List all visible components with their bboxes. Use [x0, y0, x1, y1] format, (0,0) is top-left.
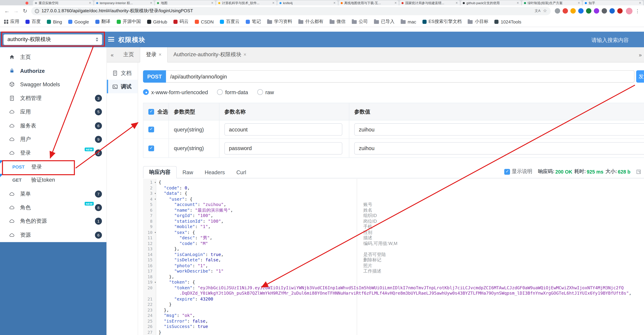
tab-close-icon[interactable]: ×: [517, 1, 519, 5]
fold-caret-icon[interactable]: ▾: [154, 180, 156, 185]
fullscreen-icon[interactable]: [636, 170, 641, 174]
bookmark-item[interactable]: Bing: [47, 19, 62, 24]
browser-tab[interactable]: 计算机科学与技术_软件...×: [216, 0, 277, 5]
bookmark-item[interactable]: CSDN: [195, 19, 214, 24]
browser-tab[interactable]: 重启实验空间×: [33, 0, 93, 5]
extension-icon[interactable]: [586, 8, 592, 14]
checkbox-icon[interactable]: [148, 126, 154, 132]
param-name-input[interactable]: password: [224, 142, 342, 154]
content-type-radio[interactable]: form-data: [217, 89, 248, 95]
bookmark-item[interactable]: 应用: [4, 18, 19, 25]
tab-close-icon[interactable]: ×: [244, 52, 246, 58]
browser-tab[interactable]: 国家统计局参与组建直辖...×: [400, 0, 460, 5]
sidebar-item[interactable]: Authorize: [0, 64, 106, 78]
response-tab[interactable]: Curl: [230, 166, 252, 178]
bookmark-item[interactable]: 百度: [26, 18, 41, 25]
browser-tab[interactable]: knife4j×: [277, 0, 338, 5]
browser-tab[interactable]: 知乎×: [583, 0, 643, 5]
bookmark-item[interactable]: GitHub: [147, 19, 167, 24]
bookmark-item[interactable]: 码云: [173, 18, 188, 25]
select-all-checkbox[interactable]: [148, 109, 154, 114]
address-bar[interactable]: i 127.0.0.1:8760/api/gate/doc.html#/auth…: [31, 7, 551, 15]
fold-caret-icon[interactable]: ▾: [154, 191, 156, 196]
tab-close-icon[interactable]: ×: [639, 1, 641, 5]
window-close-button[interactable]: [26, 2, 28, 4]
tab-close-icon[interactable]: ×: [159, 52, 162, 58]
show-description-checkbox[interactable]: [504, 169, 510, 174]
browser-tab[interactable]: 绿叶制造(组装)生产方案×: [522, 0, 582, 5]
extension-icon[interactable]: [617, 8, 622, 14]
bookmark-item[interactable]: 开源中国: [116, 18, 141, 25]
search-input[interactable]: 请输入搜索内容: [592, 36, 629, 44]
bookmark-item[interactable]: 百度云: [220, 18, 240, 25]
sidebar-item[interactable]: 文档管理3: [0, 91, 106, 105]
bookmark-item[interactable]: 公司: [352, 18, 368, 25]
bookmark-star-icon[interactable]: ☆: [543, 8, 547, 14]
tab-close-icon[interactable]: ×: [394, 1, 397, 5]
request-url-input[interactable]: /api/authority/anno/login: [166, 70, 634, 82]
param-value-input[interactable]: zuihou: [354, 123, 644, 136]
content-type-radio[interactable]: x-www-form-urlencoded: [143, 89, 208, 95]
tab-close-icon[interactable]: ×: [456, 1, 458, 5]
tab-close-icon[interactable]: ×: [211, 1, 213, 5]
tab-close-icon[interactable]: ×: [89, 1, 91, 5]
browser-tab[interactable]: github pack分支的使用×: [461, 0, 521, 5]
extension-icon[interactable]: [610, 8, 615, 14]
sidebar-item[interactable]: 角色的资源1: [0, 214, 106, 228]
rail-item-debug[interactable]: 调试: [107, 80, 138, 93]
module-select[interactable]: authority-权限模块: [3, 34, 102, 45]
bookmark-item[interactable]: ES搜索引擎文档: [422, 18, 462, 25]
forward-button[interactable]: →: [12, 8, 20, 14]
extension-icon[interactable]: [578, 8, 584, 14]
browser-tab[interactable]: temporary-Interior 权...×: [94, 0, 154, 5]
extension-icon[interactable]: [562, 8, 568, 14]
content-tab[interactable]: 主页: [118, 47, 140, 62]
bookmark-item[interactable]: 学习资料: [267, 18, 292, 25]
extension-icon[interactable]: [570, 8, 576, 14]
tab-close-icon[interactable]: ×: [334, 1, 336, 5]
response-tab[interactable]: Headers: [199, 166, 230, 178]
bookmark-item[interactable]: Google: [68, 19, 89, 24]
param-value-input[interactable]: zuihou: [354, 142, 644, 154]
send-button[interactable]: 发送: [636, 70, 644, 82]
page-info-icon[interactable]: i: [35, 9, 39, 13]
tabs-collapse-left-icon[interactable]: «: [107, 47, 118, 62]
tab-close-icon[interactable]: ×: [150, 1, 152, 5]
response-tab[interactable]: 响应内容: [143, 166, 176, 178]
sidebar-item[interactable]: 用户9: [0, 132, 106, 146]
sidebar-item[interactable]: 资源6: [0, 228, 106, 242]
tab-close-icon[interactable]: ×: [578, 1, 580, 5]
sidebar-item[interactable]: 主页: [0, 50, 106, 64]
bookmark-item[interactable]: 已导入: [374, 18, 394, 25]
param-name-input[interactable]: account: [224, 123, 342, 136]
fold-caret-icon[interactable]: ▾: [154, 196, 156, 202]
rail-item-doc[interactable]: 文档: [107, 66, 138, 80]
content-tab[interactable]: Authorize-authority-权限模块×: [168, 47, 252, 62]
sidebar-item[interactable]: 服务表6: [0, 119, 106, 133]
extension-icon[interactable]: [555, 8, 560, 14]
content-tab[interactable]: 登录×: [140, 47, 168, 62]
sidebar-api-item[interactable]: POST登录: [0, 160, 106, 173]
fold-caret-icon[interactable]: ▾: [154, 280, 156, 285]
sidebar-api-item[interactable]: GET验证token: [0, 174, 106, 187]
sidebar-item[interactable]: 菜单7: [0, 187, 106, 201]
fold-caret-icon[interactable]: ▾: [154, 230, 156, 235]
bookmark-item[interactable]: 什么都有: [298, 18, 324, 25]
translate-icon[interactable]: 文A: [535, 8, 540, 14]
bookmark-item[interactable]: 1024Tools: [494, 19, 521, 24]
sidebar-item[interactable]: 应用5: [0, 105, 106, 119]
reload-button[interactable]: ↻: [20, 8, 30, 14]
response-tab[interactable]: Raw: [177, 166, 199, 178]
sidebar-item[interactable]: 角色NEW8: [0, 201, 106, 214]
extension-icon[interactable]: [594, 8, 599, 14]
back-button[interactable]: ←: [2, 8, 12, 14]
browser-tab[interactable]: 离线地图使用与下载-互...×: [338, 0, 399, 5]
browser-tab[interactable]: 地图×: [155, 0, 216, 5]
extension-icon[interactable]: [602, 8, 607, 14]
bookmark-item[interactable]: 笔记: [246, 18, 261, 25]
tab-close-icon[interactable]: ×: [272, 1, 274, 5]
content-type-radio[interactable]: raw: [257, 89, 274, 95]
checkbox-icon[interactable]: [148, 145, 154, 151]
menu-icon[interactable]: [108, 37, 114, 42]
sidebar-item[interactable]: Swagger Models: [0, 78, 106, 92]
